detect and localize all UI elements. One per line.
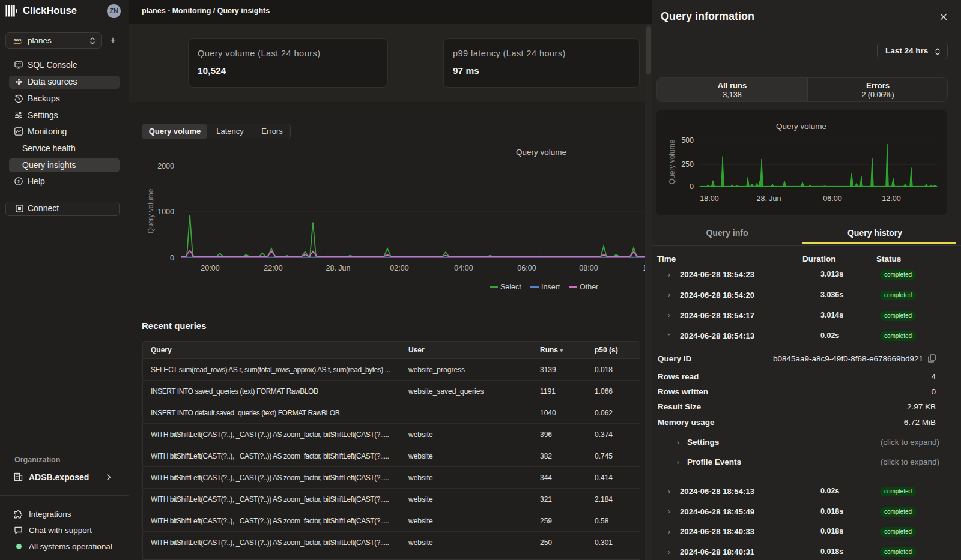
svg-text:04:00: 04:00 xyxy=(454,264,473,272)
svg-text:Query volume: Query volume xyxy=(516,148,566,157)
svg-text:02:00: 02:00 xyxy=(390,264,408,272)
svg-text:28. Jun: 28. Jun xyxy=(756,194,781,203)
svg-text:Insert: Insert xyxy=(541,283,560,291)
svg-text:2000: 2000 xyxy=(157,162,174,170)
svg-text:18:00: 18:00 xyxy=(700,194,718,203)
svg-text:08:00: 08:00 xyxy=(579,264,598,272)
svg-text:500: 500 xyxy=(681,136,694,145)
svg-text:20:00: 20:00 xyxy=(201,264,219,272)
svg-text:Query volume: Query volume xyxy=(668,139,676,184)
svg-text:12:00: 12:00 xyxy=(882,194,900,203)
svg-text:06:00: 06:00 xyxy=(823,194,841,203)
svg-text:1000: 1000 xyxy=(157,208,174,216)
svg-text:Select: Select xyxy=(500,283,521,291)
svg-text:Query volume: Query volume xyxy=(147,188,155,233)
svg-text:?: ? xyxy=(17,179,20,184)
svg-text:28. Jun: 28. Jun xyxy=(326,264,350,272)
svg-text:06:00: 06:00 xyxy=(517,264,536,272)
svg-text:Query volume: Query volume xyxy=(776,122,826,131)
svg-text:250: 250 xyxy=(681,160,694,169)
svg-text:0: 0 xyxy=(170,254,174,262)
svg-text:0: 0 xyxy=(690,182,694,191)
svg-text:Other: Other xyxy=(580,283,598,291)
svg-text:22:00: 22:00 xyxy=(264,264,282,272)
svg-text:aws: aws xyxy=(14,38,22,42)
